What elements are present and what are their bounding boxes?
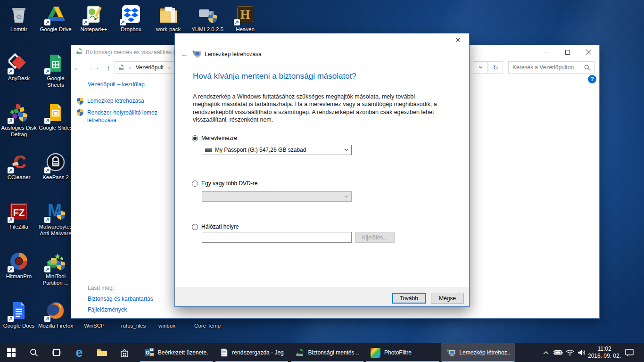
store-button[interactable] bbox=[113, 343, 136, 362]
desktop-icon-auslogics[interactable]: Auslogics Disk Defrag bbox=[1, 102, 37, 138]
wifi-icon[interactable] bbox=[564, 343, 576, 362]
breadcrumb-separator: › bbox=[165, 65, 173, 70]
auslogics-defrag-icon bbox=[8, 102, 29, 123]
taskbar-clock[interactable]: 11:02 2016. 09. 02. bbox=[587, 343, 621, 362]
sidebar-link-security[interactable]: Biztonság és karbantartás bbox=[88, 296, 153, 302]
refresh-button[interactable]: ↻ bbox=[488, 61, 503, 74]
desktop-icon-work-pack[interactable]: work-pack bbox=[150, 4, 186, 33]
shortcut-arrow-icon bbox=[44, 19, 50, 25]
desktop-icon-anydesk[interactable]: AnyDesk bbox=[1, 53, 37, 82]
notepad-icon bbox=[220, 347, 228, 358]
desktop-icon-google-docs[interactable]: Google Docs bbox=[1, 300, 37, 329]
radio-icon bbox=[192, 181, 198, 187]
recent-pages-chevron-icon[interactable]: ⌄ bbox=[96, 65, 102, 70]
radio-hard-disk[interactable]: Merevlemezre bbox=[192, 135, 237, 141]
edge-icon: e bbox=[75, 346, 83, 359]
windows-logo-icon bbox=[7, 348, 16, 357]
desktop-icon-google-sheets[interactable]: Google Sheets bbox=[38, 53, 74, 88]
desktop-icon-malwarebytes[interactable]: M Malwarebytes Anti-Malware bbox=[38, 201, 74, 237]
radio-network[interactable]: Hálózati helyre bbox=[192, 223, 239, 230]
sidebar-item-create-image[interactable]: Lemezkép létrehozása bbox=[77, 98, 176, 105]
clock-time: 11:02 bbox=[597, 346, 611, 353]
sidebar-link-file-history[interactable]: Fájlelőzmények bbox=[88, 306, 127, 313]
store-bag-icon bbox=[120, 348, 129, 357]
shortcut-arrow-icon bbox=[44, 266, 50, 272]
desktop-icon-filezilla[interactable]: FZ FileZilla bbox=[1, 201, 37, 230]
uac-shield-icon bbox=[77, 98, 83, 105]
dialog-close-icon[interactable]: ✕ bbox=[452, 36, 463, 46]
edge-button[interactable]: e bbox=[68, 343, 91, 362]
filezilla-icon: FZ bbox=[8, 201, 29, 222]
taskbar-item-outlook[interactable]: O Beérkezett üzenete... bbox=[140, 343, 213, 362]
search-input[interactable]: Keresés a Vezérlőpulton bbox=[508, 61, 594, 74]
cancel-button[interactable]: Mégse bbox=[431, 293, 464, 304]
shortcut-arrow-icon bbox=[120, 19, 126, 25]
maximize-button[interactable] bbox=[557, 45, 578, 59]
svg-text:H: H bbox=[240, 8, 250, 22]
disk-image-icon bbox=[446, 348, 455, 358]
search-icon bbox=[30, 348, 38, 357]
desktop-icon-heaven[interactable]: H Heaven bbox=[227, 4, 263, 33]
heaven-benchmark-icon: H bbox=[235, 4, 256, 25]
next-button[interactable]: Tovább bbox=[392, 293, 426, 304]
sidebar-home-link[interactable]: Vezérlőpult – kezdőlap bbox=[88, 81, 145, 88]
taskbar-item-create-image[interactable]: Lemezkép létrehoz... bbox=[441, 343, 515, 362]
taskbar-item-backup[interactable]: Biztonsági mentés ... bbox=[290, 343, 364, 362]
notepadpp-icon bbox=[83, 4, 104, 25]
dialog-back-icon[interactable]: ← bbox=[181, 50, 188, 58]
back-icon[interactable]: ← bbox=[71, 64, 83, 72]
desktop-icon-yumi[interactable]: YUMI-2.0.2.5 bbox=[190, 4, 225, 33]
up-icon[interactable]: ↑ bbox=[102, 64, 115, 72]
clock-date: 2016. 09. 02. bbox=[588, 353, 621, 360]
desktop-icon-google-drive[interactable]: Google Drive bbox=[38, 4, 74, 33]
start-button[interactable] bbox=[0, 343, 23, 362]
shortcut-arrow-icon bbox=[8, 118, 14, 124]
desktop-icon-dropbox[interactable]: Dropbox bbox=[113, 4, 149, 33]
address-dropdown-button[interactable] bbox=[473, 61, 488, 74]
radio-icon bbox=[192, 224, 198, 230]
desktop-icon-ccleaner[interactable]: C CCleaner bbox=[1, 152, 37, 181]
dropbox-icon bbox=[121, 4, 141, 25]
taskbar-item-notepad[interactable]: rendszergazda - Jeg... bbox=[215, 343, 289, 362]
minimize-button[interactable] bbox=[536, 45, 557, 59]
sidebar-item-repair-disc[interactable]: Rendszer-helyreállító lemez létrehozása bbox=[77, 109, 176, 124]
shortcut-arrow-icon bbox=[44, 316, 50, 322]
keepass-lock-icon bbox=[45, 152, 66, 173]
shortcut-arrow-icon bbox=[83, 19, 89, 25]
battery-icon[interactable] bbox=[552, 343, 564, 362]
desktop-icon-minitool[interactable]: MiniTool Partition ... bbox=[38, 251, 74, 286]
tray-chevron-up-icon[interactable] bbox=[540, 343, 552, 362]
taskbar-search-button[interactable] bbox=[23, 343, 45, 362]
search-placeholder: Keresés a Vezérlőpulton bbox=[512, 64, 584, 71]
hard-disk-combobox[interactable]: My Passport (G:) 547,26 GB szabad bbox=[202, 145, 352, 155]
desktop-icon-notepadpp[interactable]: Notepad++ bbox=[76, 4, 112, 33]
desktop-icon-keepass[interactable]: KeePass 2 bbox=[38, 152, 74, 181]
google-drive-icon bbox=[45, 4, 66, 25]
minitool-partition-icon bbox=[45, 251, 66, 272]
backup-app-icon bbox=[295, 348, 304, 357]
anydesk-icon bbox=[8, 53, 29, 74]
taskbar-item-photofiltre[interactable]: PhotoFiltre bbox=[366, 343, 439, 362]
network-path-input[interactable] bbox=[202, 232, 352, 243]
volume-icon[interactable] bbox=[575, 343, 587, 362]
recycle-bin-icon: ♻ bbox=[8, 4, 29, 25]
action-center-icon[interactable] bbox=[622, 343, 636, 362]
desktop-icon-google-slides[interactable]: Google Slides bbox=[38, 102, 74, 131]
forward-icon[interactable]: → bbox=[83, 64, 96, 72]
desktop-icon-hitmanpro[interactable]: HitmanPro bbox=[1, 251, 37, 280]
radio-dvd[interactable]: Egy vagy több DVD-re bbox=[192, 180, 257, 187]
drive-icon bbox=[205, 148, 212, 153]
help-button[interactable]: ? bbox=[588, 75, 596, 83]
shortcut-arrow-icon bbox=[44, 118, 50, 124]
backup-window-title: Biztonsági mentés és visszaállítás (W bbox=[86, 49, 181, 56]
file-explorer-button[interactable] bbox=[91, 343, 113, 362]
disk-image-icon bbox=[192, 49, 201, 58]
malwarebytes-icon: M bbox=[45, 201, 66, 222]
dialog-body-text: A rendszerkép a Windows futtatásához szü… bbox=[193, 93, 443, 123]
desktop-icon-lomtar[interactable]: ♻ Lomtár bbox=[1, 4, 37, 33]
task-view-button[interactable] bbox=[45, 343, 68, 362]
breadcrumb[interactable]: Vezérlőpult bbox=[136, 64, 164, 71]
close-button[interactable] bbox=[578, 45, 599, 59]
task-view-icon bbox=[52, 349, 61, 356]
desktop-icon-firefox[interactable]: Mozilla Firefox bbox=[38, 300, 74, 329]
